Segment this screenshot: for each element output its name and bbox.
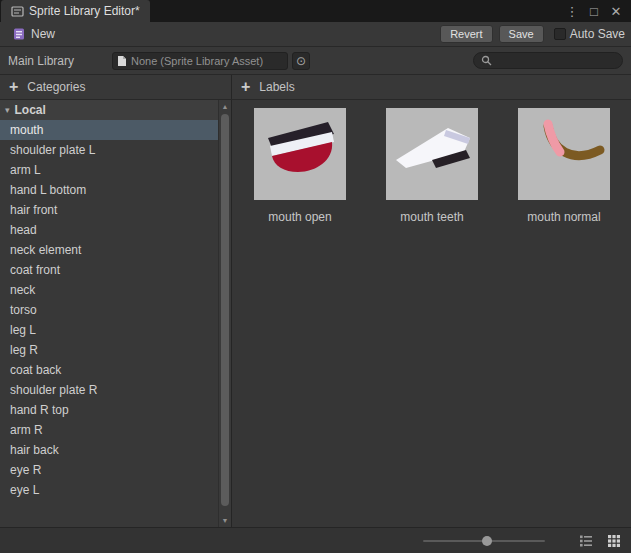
labels-header: + Labels xyxy=(232,75,631,99)
category-row-hair-front[interactable]: hair front xyxy=(0,200,218,220)
category-row-arm-l[interactable]: arm L xyxy=(0,160,218,180)
categories-scrollbar[interactable]: ▲ ▼ xyxy=(218,100,231,527)
search-input[interactable] xyxy=(496,55,615,67)
category-row-shoulder-plate-l[interactable]: shoulder plate L xyxy=(0,140,218,160)
sprite-thumbnail-mouth-open[interactable] xyxy=(254,108,346,200)
category-row-neck-element[interactable]: neck element xyxy=(0,240,218,260)
scrollbar-track[interactable] xyxy=(219,113,231,514)
labels-header-label: Labels xyxy=(259,80,294,94)
categories-header-label: Categories xyxy=(27,80,85,94)
categories-header: + Categories xyxy=(0,75,232,99)
object-picker-icon[interactable]: ⊙ xyxy=(292,52,310,70)
category-row-hair-back[interactable]: hair back xyxy=(0,440,218,460)
new-button-label: New xyxy=(31,27,55,41)
main-library-row: Main Library None (Sprite Library Asset)… xyxy=(0,47,631,75)
sprite-thumbnail-mouth-teeth[interactable] xyxy=(386,108,478,200)
search-icon xyxy=(481,55,492,66)
category-row-leg-l[interactable]: leg L xyxy=(0,320,218,340)
grid-view-button[interactable] xyxy=(605,532,623,550)
sprite-thumbnail-mouth-normal[interactable] xyxy=(518,108,610,200)
category-row-shoulder-plate-r[interactable]: shoulder plate R xyxy=(0,380,218,400)
categories-panel: ▾ Local mouth shoulder plate L arm L han… xyxy=(0,100,232,527)
label-card-mouth-open[interactable]: mouth open xyxy=(254,108,346,224)
label-card-mouth-teeth[interactable]: mouth teeth xyxy=(386,108,478,224)
category-row-neck[interactable]: neck xyxy=(0,280,218,300)
chevron-down-icon[interactable]: ▾ xyxy=(5,105,10,115)
category-row-mouth[interactable]: mouth xyxy=(0,120,218,140)
category-row-coat-front[interactable]: coat front xyxy=(0,260,218,280)
scrollbar-thumb[interactable] xyxy=(221,114,229,506)
tab-title: Sprite Library Editor* xyxy=(29,4,140,18)
categories-list-column: ▾ Local mouth shoulder plate L arm L han… xyxy=(0,100,218,527)
category-row-eye-r[interactable]: eye R xyxy=(0,460,218,480)
tab-sprite-library-editor[interactable]: Sprite Library Editor* xyxy=(1,0,150,22)
maximize-icon[interactable]: □ xyxy=(585,4,603,19)
window-tab-bar: Sprite Library Editor* ⋮ □ ✕ xyxy=(0,0,631,22)
category-row-torso[interactable]: torso xyxy=(0,300,218,320)
revert-button[interactable]: Revert xyxy=(440,25,492,43)
category-row-hand-r-top[interactable]: hand R top xyxy=(0,400,218,420)
sprite-library-icon xyxy=(11,5,24,18)
scroll-up-icon[interactable]: ▲ xyxy=(219,100,231,113)
label-caption: mouth open xyxy=(268,210,331,224)
list-view-button[interactable] xyxy=(577,532,595,550)
category-row-hand-l-bottom[interactable]: hand L bottom xyxy=(0,180,218,200)
local-foldout[interactable]: ▾ Local xyxy=(0,100,218,120)
category-row-arm-r[interactable]: arm R xyxy=(0,420,218,440)
label-card-mouth-normal[interactable]: mouth normal xyxy=(518,108,610,224)
label-caption: mouth normal xyxy=(527,210,600,224)
sprite-library-editor-window: Sprite Library Editor* ⋮ □ ✕ New Revert … xyxy=(0,0,631,553)
thumbnail-size-slider[interactable] xyxy=(423,540,545,542)
category-row-leg-r[interactable]: leg R xyxy=(0,340,218,360)
main-library-object-field[interactable]: None (Sprite Library Asset) xyxy=(112,52,288,70)
slider-knob[interactable] xyxy=(482,536,492,546)
bottom-bar xyxy=(0,527,631,553)
save-button[interactable]: Save xyxy=(499,25,544,43)
scroll-down-icon[interactable]: ▼ xyxy=(219,514,231,527)
add-label-button[interactable]: + xyxy=(241,79,250,95)
auto-save-toggle[interactable]: Auto Save xyxy=(554,27,625,41)
object-field-value: None (Sprite Library Asset) xyxy=(131,55,263,67)
window-menu-icon[interactable]: ⋮ xyxy=(563,4,581,19)
window-controls: ⋮ □ ✕ xyxy=(563,0,631,22)
close-icon[interactable]: ✕ xyxy=(607,4,625,19)
local-foldout-label: Local xyxy=(15,103,46,117)
main-library-label: Main Library xyxy=(8,54,104,68)
categories-list: mouth shoulder plate L arm L hand L bott… xyxy=(0,120,218,500)
new-asset-icon xyxy=(12,27,26,41)
category-row-coat-back[interactable]: coat back xyxy=(0,360,218,380)
auto-save-label: Auto Save xyxy=(570,27,625,41)
document-icon xyxy=(117,55,127,67)
category-row-head[interactable]: head xyxy=(0,220,218,240)
new-button[interactable]: New xyxy=(6,26,61,42)
labels-panel: mouth open mouth teeth xyxy=(232,100,631,527)
content-area: ▾ Local mouth shoulder plate L arm L han… xyxy=(0,100,631,527)
auto-save-checkbox[interactable] xyxy=(554,28,566,40)
add-category-button[interactable]: + xyxy=(9,79,18,95)
search-field[interactable] xyxy=(473,52,623,69)
panel-headers: + Categories + Labels xyxy=(0,75,631,100)
category-row-eye-l[interactable]: eye L xyxy=(0,480,218,500)
toolbar: New Revert Save Auto Save xyxy=(0,22,631,47)
label-caption: mouth teeth xyxy=(400,210,463,224)
